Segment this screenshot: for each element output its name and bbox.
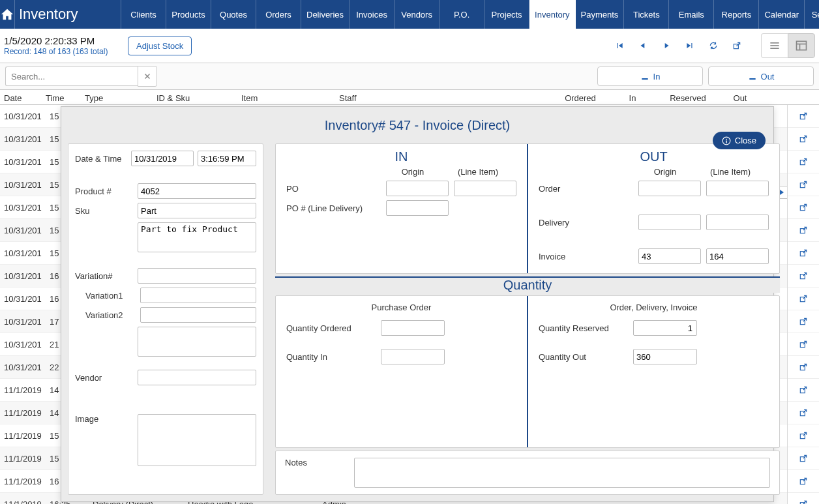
- search-input[interactable]: [5, 67, 138, 86]
- variation-input[interactable]: [138, 268, 256, 284]
- nav-tab-tickets[interactable]: Tickets: [624, 0, 669, 29]
- qty-po-sub: Purchase Order: [286, 303, 516, 312]
- image-box[interactable]: [138, 414, 256, 466]
- row-popout-button[interactable]: [788, 493, 819, 504]
- detail-view-button[interactable]: [788, 33, 815, 58]
- nav-tab-orders[interactable]: Orders: [256, 0, 301, 29]
- modal-title: Inventory# 547 - Invoice (Direct): [325, 118, 511, 133]
- nav-tab-vendors[interactable]: Vendors: [395, 0, 439, 29]
- col-in[interactable]: In: [606, 93, 659, 103]
- in-button[interactable]: In: [597, 67, 703, 86]
- nav-tab-invoices[interactable]: Invoices: [350, 0, 395, 29]
- subbar: 1/5/2020 2:20:33 PM Record: 148 of 163 (…: [0, 29, 819, 63]
- col-time[interactable]: Time: [46, 93, 85, 103]
- row-popout-button[interactable]: [788, 333, 819, 356]
- col-reserved[interactable]: Reserved: [659, 93, 717, 103]
- col-staff[interactable]: Staff: [339, 93, 554, 103]
- nav-tab-settings[interactable]: Settings: [805, 0, 819, 29]
- row-popout-button[interactable]: [788, 151, 819, 173]
- popout-icon: [799, 294, 808, 303]
- qty-out-input[interactable]: [633, 349, 697, 364]
- label-qty-out: Quantity Out: [539, 352, 633, 362]
- out-button[interactable]: Out: [708, 67, 814, 86]
- row-popout-button[interactable]: [788, 265, 819, 288]
- po-origin-input[interactable]: [386, 181, 449, 196]
- row-popout-button[interactable]: [788, 447, 819, 470]
- nav-tab-payments[interactable]: Payments: [576, 0, 625, 29]
- popout-icon[interactable]: [732, 41, 741, 50]
- row-popout-button[interactable]: [788, 379, 819, 402]
- popout-icon: [799, 271, 808, 280]
- qty-in-input[interactable]: [381, 349, 445, 364]
- qty-ordered-input[interactable]: [381, 320, 445, 336]
- popout-icon: [799, 157, 808, 166]
- invoice-origin-input[interactable]: [638, 248, 701, 264]
- row-popout-button[interactable]: [788, 242, 819, 265]
- po-line-input[interactable]: [386, 200, 449, 216]
- row-popout-button[interactable]: [788, 128, 819, 151]
- inventory-detail-modal: Inventory# 547 - Invoice (Direct) Close …: [61, 106, 774, 502]
- invoice-lineitem-input[interactable]: [706, 248, 769, 264]
- delivery-origin-input[interactable]: [638, 215, 701, 230]
- row-popout-button[interactable]: [788, 402, 819, 424]
- row-popout-button[interactable]: [788, 196, 819, 219]
- row-popout-button[interactable]: [788, 173, 819, 196]
- product-input[interactable]: [138, 183, 256, 199]
- nav-tab-projects[interactable]: Projects: [484, 0, 529, 29]
- nav-tab-emails[interactable]: Emails: [669, 0, 714, 29]
- label-product: Product #: [75, 186, 134, 196]
- first-record-icon[interactable]: [615, 41, 624, 50]
- next-record-icon[interactable]: [662, 41, 671, 50]
- qty-reserved-input[interactable]: [633, 320, 697, 336]
- last-record-icon[interactable]: [685, 41, 694, 50]
- nav-tab-reports[interactable]: Reports: [714, 0, 759, 29]
- row-popout-button[interactable]: [788, 288, 819, 310]
- col-item[interactable]: Item: [241, 93, 339, 103]
- delivery-lineitem-input[interactable]: [706, 215, 769, 230]
- col-out[interactable]: Out: [717, 93, 763, 103]
- clear-search-button[interactable]: [138, 66, 157, 87]
- date-input[interactable]: [131, 151, 194, 166]
- row-popout-button[interactable]: [788, 470, 819, 493]
- sku-input[interactable]: [138, 203, 256, 218]
- nav-tab-products[interactable]: Products: [166, 0, 211, 29]
- row-popout-button[interactable]: [788, 356, 819, 379]
- time-input[interactable]: [198, 151, 256, 166]
- variation1-input[interactable]: [140, 288, 256, 303]
- nav-tab-po[interactable]: P.O.: [439, 0, 484, 29]
- vendor-input[interactable]: [138, 370, 256, 385]
- cell-date: 11/1/2019: [0, 431, 50, 441]
- col-ordered[interactable]: Ordered: [554, 93, 606, 103]
- list-view-button[interactable]: [761, 33, 788, 58]
- home-icon: [0, 7, 14, 22]
- nav-tab-quotes[interactable]: Quotes: [211, 0, 256, 29]
- row-popout-button[interactable]: [788, 310, 819, 333]
- row-popout-button[interactable]: [788, 424, 819, 447]
- order-origin-input[interactable]: [638, 181, 701, 196]
- col-date[interactable]: Date: [0, 93, 46, 103]
- label-invoice: Invoice: [539, 252, 633, 261]
- row-popout-button[interactable]: [788, 219, 819, 242]
- order-lineitem-input[interactable]: [706, 181, 769, 196]
- label-po-line: PO # (Line Delivery): [286, 203, 381, 213]
- col-idsku[interactable]: ID & Sku: [156, 93, 241, 103]
- adjust-stock-button[interactable]: Adjust Stock: [128, 37, 192, 55]
- label-sku: Sku: [75, 206, 134, 216]
- variation-notes-textarea[interactable]: [138, 327, 256, 357]
- refresh-icon[interactable]: [709, 41, 718, 50]
- col-type[interactable]: Type: [85, 93, 156, 103]
- popout-icon: [799, 385, 808, 394]
- home-button[interactable]: [0, 0, 15, 29]
- nav-tab-calendar[interactable]: Calendar: [759, 0, 805, 29]
- variation2-input[interactable]: [140, 307, 256, 323]
- row-popout-button[interactable]: [788, 105, 819, 128]
- notes-textarea[interactable]: [354, 458, 770, 488]
- download-icon: [640, 72, 649, 81]
- po-lineitem-input[interactable]: [454, 181, 516, 196]
- nav-tab-inventory[interactable]: Inventory: [529, 0, 575, 29]
- prev-record-icon[interactable]: [638, 41, 648, 50]
- popout-icon: [799, 180, 808, 189]
- nav-tab-clients[interactable]: Clients: [121, 0, 166, 29]
- description-textarea[interactable]: [138, 222, 256, 252]
- nav-tab-deliveries[interactable]: Deliveries: [301, 0, 350, 29]
